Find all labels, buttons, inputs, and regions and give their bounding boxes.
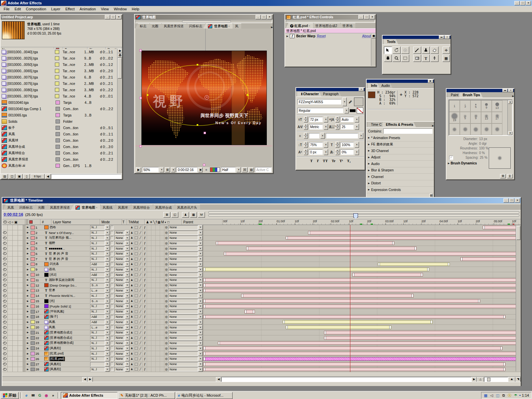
collapse-switch[interactable] <box>134 262 138 267</box>
close-button[interactable]: × <box>508 89 513 92</box>
eye-toggle[interactable] <box>2 293 8 298</box>
layer-name[interactable]: 闪光条 <box>44 262 90 267</box>
preserve-transparency-toggle[interactable] <box>110 288 114 293</box>
timeline-layer-row[interactable]: ▶ 6 T世 界 的 声 音 N...l▼ None▼ ♟╱f ◎None▼ <box>2 251 521 257</box>
trkmat-dropdown[interactable] <box>114 225 130 230</box>
motion-blur-switch[interactable] <box>151 230 156 235</box>
shy-master-button[interactable]: ♟ <box>182 212 189 218</box>
mask-visibility-button[interactable]: ◖ <box>171 167 175 172</box>
trkmat-dropdown[interactable]: None▼ <box>114 351 130 356</box>
collapse-switch[interactable] <box>134 257 138 262</box>
playhead-line[interactable] <box>350 225 350 372</box>
audio-toggle[interactable] <box>8 288 13 293</box>
collapse-switch[interactable] <box>134 335 138 340</box>
brush-tip[interactable]: 9 <box>481 100 492 112</box>
timeline-layer-row[interactable]: ▶ 27 [凤凰柱] ▼ None▼ ♟╱f ◎None▼ <box>2 362 521 367</box>
motion-blur-switch[interactable] <box>151 325 156 330</box>
adjustment-switch[interactable] <box>156 278 160 283</box>
label-swatch[interactable] <box>30 230 36 235</box>
preserve-transparency-toggle[interactable] <box>110 241 114 246</box>
eye-toggle[interactable] <box>2 241 8 246</box>
preserve-transparency-toggle[interactable] <box>110 299 114 303</box>
effect-controls-tab[interactable]: 世界地 <box>338 23 355 28</box>
lock-toggle[interactable] <box>18 330 23 335</box>
expand-arrow[interactable]: ▶ <box>26 314 30 319</box>
adjustment-switch[interactable] <box>156 251 160 256</box>
comp-timecode[interactable]: 0:00:02:16 <box>176 167 197 172</box>
adjustment-switch[interactable] <box>156 341 160 346</box>
layer-duration-bar[interactable] <box>483 226 521 229</box>
label-swatch[interactable] <box>30 335 36 340</box>
minimize-button[interactable]: _ <box>503 198 509 203</box>
style-button-3[interactable]: Tr <box>332 159 335 163</box>
mode-dropdown[interactable]: N...l▼ <box>90 236 110 241</box>
scroll-left-button[interactable]: ◀ <box>45 174 51 179</box>
quality-switch[interactable]: ╱ <box>138 362 143 367</box>
brush-tip[interactable]: 5 <box>470 100 481 112</box>
brush-tip[interactable] <box>460 123 470 135</box>
info-titlebar[interactable]: ▶ <box>367 80 434 83</box>
solo-toggle[interactable] <box>13 309 18 314</box>
shy-switch[interactable]: ♟ <box>130 304 134 309</box>
zoom-tool[interactable] <box>393 55 401 62</box>
label-swatch[interactable] <box>55 88 59 92</box>
frame-blend-switch[interactable] <box>147 267 151 272</box>
label-swatch[interactable] <box>30 262 36 267</box>
leading-field[interactable]: Auto <box>340 117 354 122</box>
layer-duration-bar[interactable] <box>203 352 521 355</box>
collapse-switch[interactable] <box>134 278 138 283</box>
threed-switch[interactable] <box>160 299 164 303</box>
eye-toggle[interactable] <box>2 367 8 372</box>
parent-dropdown[interactable]: ◎None▼ <box>164 236 203 241</box>
eye-toggle[interactable] <box>2 278 8 283</box>
effects-switch[interactable]: f <box>143 341 147 346</box>
label-swatch[interactable] <box>30 278 36 283</box>
collapse-switch[interactable] <box>134 230 138 235</box>
layer-handle[interactable] <box>139 49 142 52</box>
pan-left-button[interactable]: ◀ <box>82 377 88 382</box>
quality-switch[interactable]: ╱ <box>138 251 143 256</box>
lock-toggle[interactable] <box>18 236 23 241</box>
mode-dropdown[interactable]: N...l▼ <box>90 335 110 340</box>
timeline-tab[interactable]: 凤凰线 <box>98 205 115 210</box>
shy-switch[interactable]: ♟ <box>130 267 134 272</box>
threed-switch[interactable] <box>160 362 164 367</box>
parent-dropdown[interactable]: ◎None▼ <box>164 257 203 262</box>
quality-switch[interactable]: ╱ <box>138 262 143 267</box>
style-button-2[interactable]: TT <box>323 159 328 163</box>
layer-duration-bar[interactable] <box>283 320 433 324</box>
solo-toggle[interactable] <box>13 341 18 346</box>
tab-overflow-arrow[interactable]: ▶ <box>271 26 273 29</box>
parent-dropdown[interactable]: ◎None▼ <box>164 346 203 351</box>
mode-dropdown[interactable]: L...e▼ <box>90 325 110 330</box>
project-item[interactable]: 凤凰球 Com...tion d 0:...2:0 <box>1 137 117 144</box>
brush-scrollbar[interactable]: ▲▼ <box>507 100 512 135</box>
preserve-transparency-toggle[interactable] <box>110 283 114 288</box>
audio-toggle[interactable] <box>8 241 13 246</box>
expand-arrow[interactable]: ▶ <box>26 225 30 230</box>
corner-button[interactable]: ◥ <box>515 377 521 382</box>
audio-toggle[interactable] <box>8 225 13 230</box>
parent-dropdown[interactable]: ◎None▼ <box>164 299 203 303</box>
solo-toggle[interactable] <box>13 272 18 277</box>
project-item[interactable]: Solids Folder <box>1 118 117 125</box>
time-navigator[interactable] <box>135 20 272 23</box>
layer-name[interactable]: 凤凰 <box>44 319 90 324</box>
mode-dropdown[interactable]: N...l▼ <box>90 293 110 298</box>
shy-switch[interactable]: ♟ <box>130 362 134 367</box>
trkmat-dropdown[interactable]: None▼ <box>114 241 130 246</box>
solo-toggle[interactable] <box>13 230 18 235</box>
lock-toggle[interactable] <box>18 262 23 267</box>
shy-switch[interactable]: ♟ <box>130 341 134 346</box>
trkmat-dropdown[interactable]: None▼ <box>114 257 130 262</box>
timeline-tab[interactable]: 凤凰球 <box>113 205 131 210</box>
shy-switch[interactable]: ♟ <box>130 335 134 340</box>
close-button[interactable]: × <box>444 36 450 39</box>
label-swatch[interactable] <box>56 145 60 149</box>
mode-dropdown[interactable]: N...l▼ <box>90 330 110 335</box>
solo-toggle[interactable] <box>13 367 18 372</box>
adjustment-switch[interactable] <box>156 346 160 351</box>
solo-toggle[interactable] <box>13 278 18 283</box>
type-tool[interactable]: T <box>422 55 430 62</box>
playhead-handle[interactable] <box>353 213 358 218</box>
